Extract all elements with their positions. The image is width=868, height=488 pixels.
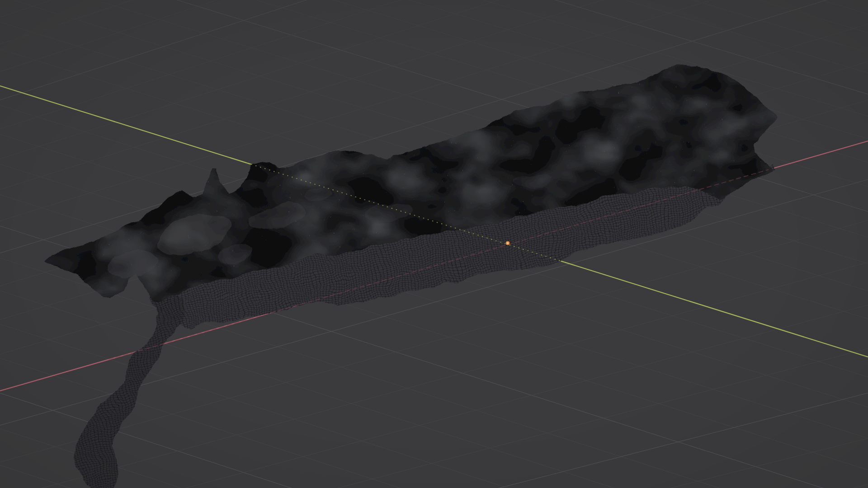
viewport-vignette [0, 0, 868, 488]
viewport-canvas[interactable] [0, 0, 868, 488]
3d-viewport[interactable] [0, 0, 868, 488]
